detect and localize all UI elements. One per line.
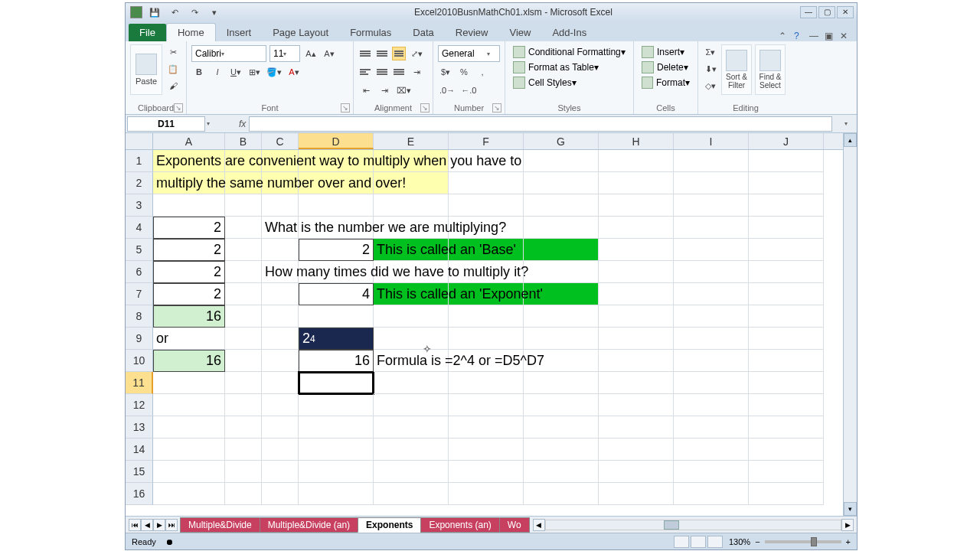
cell-B10[interactable] <box>225 350 262 372</box>
cell-E12[interactable] <box>374 394 449 416</box>
cell-B4[interactable] <box>225 217 262 239</box>
cell-A11[interactable] <box>153 372 225 394</box>
cell-C4[interactable]: What is the number we are multiplying? <box>262 217 299 239</box>
cell-B15[interactable] <box>225 461 262 483</box>
cell-H6[interactable] <box>599 261 674 283</box>
clipboard-launcher[interactable]: ↘ <box>174 103 183 112</box>
cell-F8[interactable] <box>449 305 524 328</box>
cell-F2[interactable] <box>449 172 524 194</box>
paste-button[interactable]: Paste <box>130 44 162 95</box>
cell-I3[interactable] <box>674 194 749 217</box>
font-name-select[interactable]: Calibri▾ <box>191 45 266 62</box>
cell-A13[interactable] <box>153 416 225 439</box>
col-header-I[interactable]: I <box>674 133 749 149</box>
tab-formulas[interactable]: Formulas <box>339 24 402 41</box>
fill-color-button[interactable]: 🪣▾ <box>265 64 283 80</box>
col-header-C[interactable]: C <box>262 133 299 149</box>
horizontal-scrollbar[interactable]: ◀ ▶ <box>533 519 854 531</box>
workbook-minimize-icon[interactable]: — <box>809 31 820 41</box>
col-header-J[interactable]: J <box>749 133 824 149</box>
row-header-9[interactable]: 9 <box>126 328 153 350</box>
align-middle-icon[interactable] <box>375 47 389 60</box>
sort-filter-button[interactable]: Sort & Filter <box>721 44 752 95</box>
select-all-corner[interactable] <box>126 133 153 149</box>
fx-icon[interactable]: fx <box>236 119 249 129</box>
cell-C10[interactable] <box>262 350 299 372</box>
cell-A15[interactable] <box>153 461 225 483</box>
cell-H15[interactable] <box>599 461 674 483</box>
row-header-12[interactable]: 12 <box>126 394 153 416</box>
cell-H2[interactable] <box>599 172 674 194</box>
workbook-restore-icon[interactable]: ▣ <box>825 31 835 41</box>
cell-F15[interactable] <box>449 461 524 483</box>
sheet-tab-wo[interactable]: Wo <box>499 517 530 533</box>
formula-input[interactable] <box>249 116 832 132</box>
row-header-6[interactable]: 6 <box>126 261 153 283</box>
cell-B9[interactable] <box>225 328 262 350</box>
cell-I1[interactable] <box>674 150 749 172</box>
format-painter-icon[interactable]: 🖌 <box>165 78 181 93</box>
minimize-button[interactable]: — <box>800 6 817 18</box>
scroll-up-icon[interactable]: ▴ <box>844 133 857 147</box>
page-layout-view-icon[interactable] <box>691 536 706 548</box>
cut-icon[interactable]: ✂ <box>165 44 181 60</box>
cell-I13[interactable] <box>674 416 749 439</box>
cell-E11[interactable] <box>374 372 449 394</box>
cell-C8[interactable] <box>262 305 299 328</box>
zoom-slider[interactable] <box>765 540 841 543</box>
cell-H9[interactable] <box>599 328 674 350</box>
row-header-13[interactable]: 13 <box>126 416 153 439</box>
align-center-icon[interactable] <box>375 65 389 79</box>
cell-J3[interactable] <box>749 194 824 217</box>
hscroll-thumb[interactable] <box>664 520 679 530</box>
cell-C11[interactable] <box>262 372 299 394</box>
next-sheet-icon[interactable]: ▶ <box>153 519 165 531</box>
cell-A10[interactable]: 16 <box>153 350 225 372</box>
cell-D7[interactable]: 4 <box>299 283 374 305</box>
cell-C7[interactable] <box>262 283 299 305</box>
row-header-5[interactable]: 5 <box>126 239 153 261</box>
tab-insert[interactable]: Insert <box>216 24 263 41</box>
grow-font-icon[interactable]: A▴ <box>303 46 318 61</box>
cell-E13[interactable] <box>374 416 449 439</box>
cell-F13[interactable] <box>449 416 524 439</box>
cell-F12[interactable] <box>449 394 524 416</box>
col-header-D[interactable]: D <box>299 133 374 149</box>
cell-B16[interactable] <box>225 483 262 505</box>
cell-D5[interactable]: 2 <box>299 239 374 261</box>
col-header-G[interactable]: G <box>524 133 599 149</box>
cell-J8[interactable] <box>749 305 824 328</box>
cell-H13[interactable] <box>599 416 674 439</box>
workbook-close-icon[interactable]: ✕ <box>840 31 851 41</box>
redo-icon[interactable]: ↷ <box>187 5 202 20</box>
scroll-right-icon[interactable]: ▶ <box>841 519 854 531</box>
cell-I2[interactable] <box>674 172 749 194</box>
sheet-tab-multiple-divide--an-[interactable]: Multiple&Divide (an) <box>260 517 358 533</box>
formula-expand-icon[interactable]: ▾ <box>844 120 854 127</box>
clear-icon[interactable]: ◇▾ <box>703 78 718 93</box>
delete-cells-button[interactable]: Delete ▾ <box>639 60 693 75</box>
cell-E7[interactable]: This is called an 'Exponent' <box>374 283 449 305</box>
currency-icon[interactable]: $▾ <box>438 64 453 80</box>
cell-I16[interactable] <box>674 483 749 505</box>
cancel-formula-icon[interactable] <box>219 117 233 131</box>
first-sheet-icon[interactable]: ⏮ <box>129 519 141 531</box>
cell-H4[interactable] <box>599 217 674 239</box>
cell-B13[interactable] <box>225 416 262 439</box>
cell-I4[interactable] <box>674 217 749 239</box>
comma-icon[interactable]: , <box>475 64 490 80</box>
cell-J6[interactable] <box>749 261 824 283</box>
row-header-16[interactable]: 16 <box>126 483 153 505</box>
cell-G5[interactable] <box>524 239 599 261</box>
cell-I7[interactable] <box>674 283 749 305</box>
name-box-dropdown[interactable]: ▾ <box>207 120 216 127</box>
prev-sheet-icon[interactable]: ◀ <box>141 519 153 531</box>
cell-F16[interactable] <box>449 483 524 505</box>
cell-G16[interactable] <box>524 483 599 505</box>
cell-D3[interactable] <box>299 194 374 217</box>
cell-J7[interactable] <box>749 283 824 305</box>
increase-indent-icon[interactable]: ⇥ <box>377 83 392 98</box>
align-left-icon[interactable] <box>358 65 372 79</box>
decrease-indent-icon[interactable]: ⇤ <box>358 83 374 98</box>
bold-button[interactable]: B <box>191 64 207 80</box>
